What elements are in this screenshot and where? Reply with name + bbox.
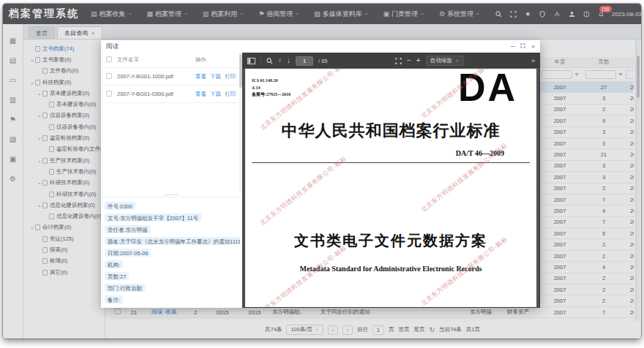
file-name: 2007-Y-BG01-1000.pdf — [117, 73, 195, 80]
metadata-chip: 部门:行政后勤 — [105, 284, 145, 292]
app-window: 档案管理系统 ▤ 档案收集 ⌄ ▦ 档案管理 ⌄ ▥ 档案利用 ⌄ — [3, 4, 641, 338]
metadata-chip: 备注: — [105, 295, 123, 303]
file-checkbox[interactable] — [106, 73, 112, 79]
zoom-level-select[interactable]: 自动缩放 ⌄ — [426, 56, 464, 66]
view-link[interactable]: 查看 — [195, 91, 206, 97]
metadata-chip: 日期:2007-05-06 — [105, 249, 151, 257]
file-select-all-checkbox[interactable] — [106, 56, 112, 62]
doc-title-en: Metadata Standard for Administrative Ele… — [245, 265, 536, 273]
metadata-chip: 机构: — [105, 260, 123, 268]
watermark: 北京东方明德科技发展有限公司-杨标 — [258, 243, 348, 307]
file-row[interactable]: 2007-Y-BG01-1000.pdf 查看 下载 打印 — [101, 68, 242, 86]
file-select-all-cell — [101, 56, 117, 64]
dialog-title: 阅读 — [106, 42, 119, 51]
doc-record-no: 备案号:27925—2010 — [252, 91, 291, 99]
chevron-down-icon: ⌄ — [455, 57, 460, 63]
page-number-field[interactable] — [296, 56, 313, 66]
dialog-body: 文件名字 操作 2007-Y-BG01-1000.pdf 查看 下载 打印 — [101, 53, 540, 308]
sidebar-toggle-icon[interactable] — [247, 58, 255, 64]
standard-title: 中华人民共和国档案行业标准 — [245, 120, 536, 142]
file-actions: 查看 下载 打印 — [195, 91, 242, 98]
file-checkbox-cell — [101, 73, 117, 80]
file-list-body: 2007-Y-BG01-1000.pdf 查看 下载 打印 2007-Y-BG0… — [101, 68, 242, 103]
download-link[interactable]: 下载 — [210, 73, 221, 80]
maximize-icon[interactable] — [520, 43, 525, 50]
page-down-icon[interactable]: ↓ — [287, 57, 291, 64]
metadata-chip: 件号:0300 — [105, 202, 135, 210]
page-up-icon[interactable]: ↑ — [278, 57, 282, 64]
file-row[interactable]: 2007-Y-BG01-0300.pdf 查看 下载 打印 — [101, 86, 242, 103]
watermark: 北京东方明德科技发展有限公司-杨标 — [258, 154, 348, 227]
pdf-canvas-area[interactable]: ICS 01.140.20 A 14 备案号:27925—2010 DA 中华人… — [243, 68, 539, 307]
metadata-chip: 责任者:东方明德 — [105, 225, 151, 233]
doc-ics-block: ICS 01.140.20 A 14 备案号:27925—2010 — [252, 77, 291, 99]
metadata-chip: 页数:27 — [105, 272, 129, 280]
download-link[interactable]: 下载 — [210, 91, 221, 97]
da-logo: DA — [458, 69, 517, 110]
zoom-in-icon[interactable]: + — [416, 57, 421, 64]
pane-resize-handle[interactable]: •••••• — [101, 192, 242, 197]
minimize-icon[interactable]: ─ — [511, 44, 515, 50]
dialog-controls: ─ × — [511, 43, 535, 50]
file-checkbox[interactable] — [106, 91, 112, 97]
file-name-header: 文件名字 — [117, 56, 195, 64]
print-link[interactable]: 打印 — [225, 91, 236, 97]
doc-class-no: A 14 — [252, 85, 291, 92]
scrollbar-thumb[interactable] — [239, 54, 242, 88]
file-list-pane: 文件名字 操作 2007-Y-BG01-1000.pdf 查看 下载 打印 — [101, 53, 242, 308]
pdf-page: ICS 01.140.20 A 14 备案号:27925—2010 DA 中华人… — [245, 69, 536, 307]
file-name: 2007-Y-BG01-0300.pdf — [117, 91, 195, 97]
metadata-chip: 题名:关于印发《北京东方明德年工作要点》的通知1111111111 — [105, 237, 240, 245]
zoom-out-icon[interactable]: − — [407, 57, 411, 64]
pdf-viewer: ↑ ↓ / 65 − + 自动缩放 ⌄ » — [242, 53, 540, 308]
file-actions: 查看 下载 打印 — [195, 73, 242, 80]
file-ops-header: 操作 — [195, 56, 242, 64]
pdf-search-icon[interactable] — [266, 58, 273, 64]
presentation-mode-icon[interactable] — [395, 58, 402, 64]
more-tools-icon[interactable]: » — [531, 57, 535, 64]
page-total-label: / 65 — [318, 58, 328, 64]
file-checkbox-cell — [101, 91, 117, 98]
zoom-level-label: 自动缩放 — [430, 57, 452, 64]
print-link[interactable]: 打印 — [225, 73, 236, 80]
divider-line — [252, 162, 530, 163]
doc-ics: ICS 01.140.20 — [252, 77, 291, 85]
metadata-chip: 文号:东方明德组发干字【2007】11号 — [105, 213, 201, 222]
toolbar-divider — [261, 57, 261, 65]
file-list-scrollbar[interactable] — [239, 53, 242, 192]
view-link[interactable]: 查看 — [195, 73, 206, 80]
close-icon[interactable]: × — [531, 44, 535, 50]
dialog-header: 阅读 ─ × — [101, 40, 540, 53]
doc-title-cn: 文书类电子文件元数据方案 — [245, 231, 536, 251]
file-list-header: 文件名字 操作 — [101, 53, 242, 68]
read-dialog: 阅读 ─ × 文件名字 操作 — [101, 40, 540, 308]
pdf-toolbar: ↑ ↓ / 65 − + 自动缩放 ⌄ » — [243, 53, 539, 68]
standard-number: DA/T 46—2009 — [456, 149, 504, 157]
metadata-panel: 件号:0300 文号:东方明德组发干字【2007】11号 责任者:东方明德 题名… — [101, 197, 242, 308]
